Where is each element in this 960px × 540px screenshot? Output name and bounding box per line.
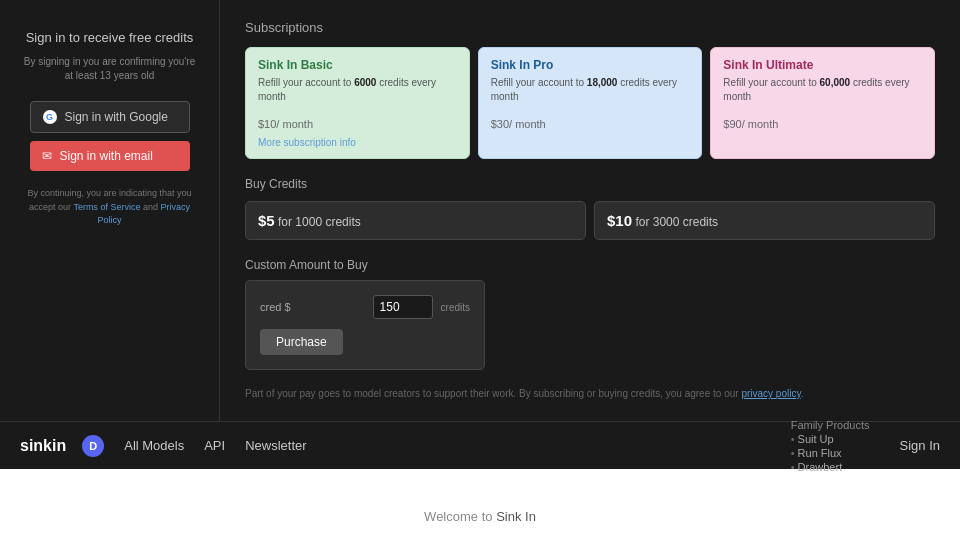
discord-icon[interactable]: D — [82, 435, 104, 457]
sub-ultimate-title: Sink In Ultimate — [723, 58, 922, 72]
purchase-button[interactable]: Purchase — [260, 329, 343, 355]
credit-options: $5 for 1000 credits $10 for 3000 credits — [245, 201, 935, 240]
navbar-brand: sinkin — [20, 437, 66, 455]
left-panel: Sign in to receive free credits By signi… — [0, 0, 220, 421]
sub-basic-link[interactable]: More subscription info — [258, 137, 457, 148]
disclaimer: By continuing, you are indicating that y… — [20, 187, 199, 228]
sub-card-basic: Sink In Basic Refill your account to 600… — [245, 47, 470, 159]
buy-credits-title: Buy Credits — [245, 177, 935, 191]
google-icon: G — [43, 110, 57, 124]
custom-amount-input[interactable] — [373, 295, 433, 319]
sub-pro-price: $30/ month — [491, 110, 690, 133]
sub-card-ultimate: Sink In Ultimate Refill your account to … — [710, 47, 935, 159]
subscription-title: Subscriptions — [245, 20, 935, 35]
credit-option-10[interactable]: $10 for 3000 credits — [594, 201, 935, 240]
sign-in-subtitle: By signing in you are confirming you're … — [20, 55, 199, 83]
navbar-links: All Models API Newsletter — [124, 438, 760, 453]
google-signin-button[interactable]: G Sign in with Google — [30, 101, 190, 133]
navbar-signin[interactable]: Sign In — [900, 438, 940, 453]
welcome-brand: Sink In — [496, 509, 536, 524]
welcome-text: Welcome to Sink In — [20, 509, 940, 524]
sub-basic-desc: Refill your account to 6000 credits ever… — [258, 76, 457, 104]
google-signin-label: Sign in with Google — [65, 110, 168, 124]
custom-amount-row: cred $ credits — [260, 295, 470, 319]
nav-all-models[interactable]: All Models — [124, 438, 184, 453]
custom-credits-label: credits — [441, 302, 470, 313]
credit-option-5[interactable]: $5 for 1000 credits — [245, 201, 586, 240]
sub-card-pro: Sink In Pro Refill your account to 18,00… — [478, 47, 703, 159]
family-run-flux[interactable]: Run Flux — [791, 447, 843, 459]
footer-note: Part of your pay goes to model creators … — [245, 386, 935, 401]
email-signin-label: Sign in with email — [60, 149, 153, 163]
top-section: Sign in to receive free credits By signi… — [0, 0, 960, 421]
nav-newsletter[interactable]: Newsletter — [245, 438, 306, 453]
custom-cred-label: cred $ — [260, 301, 365, 313]
custom-amount-box: cred $ credits Purchase — [245, 280, 485, 370]
privacy-policy-link[interactable]: privacy policy — [741, 388, 800, 399]
sub-ultimate-desc: Refill your account to 60,000 credits ev… — [723, 76, 922, 104]
family-links: Suit Up Run Flux Drawbert — [791, 433, 843, 473]
sub-pro-desc: Refill your account to 18,000 credits ev… — [491, 76, 690, 104]
family-suit-up[interactable]: Suit Up — [791, 433, 843, 445]
sub-basic-price: $10/ month — [258, 110, 457, 133]
navbar: sinkin D All Models API Newsletter Famil… — [0, 421, 960, 469]
sub-pro-title: Sink In Pro — [491, 58, 690, 72]
family-drawbert[interactable]: Drawbert — [791, 461, 843, 473]
sub-basic-title: Sink In Basic — [258, 58, 457, 72]
family-products: Family Products Suit Up Run Flux Drawber… — [791, 419, 870, 473]
nav-api[interactable]: API — [204, 438, 225, 453]
sub-ultimate-price: $90/ month — [723, 110, 922, 133]
email-signin-button[interactable]: ✉ Sign in with email — [30, 141, 190, 171]
bottom-section: Welcome to Sink In We host best Stable D… — [0, 469, 960, 540]
subscription-cards: Sink In Basic Refill your account to 600… — [245, 47, 935, 159]
right-panel: Subscriptions Sink In Basic Refill your … — [220, 0, 960, 421]
terms-link[interactable]: Terms of Service — [73, 202, 140, 212]
email-icon: ✉ — [42, 149, 52, 163]
custom-amount-title: Custom Amount to Buy — [245, 258, 935, 272]
sign-in-title: Sign in to receive free credits — [26, 30, 194, 45]
